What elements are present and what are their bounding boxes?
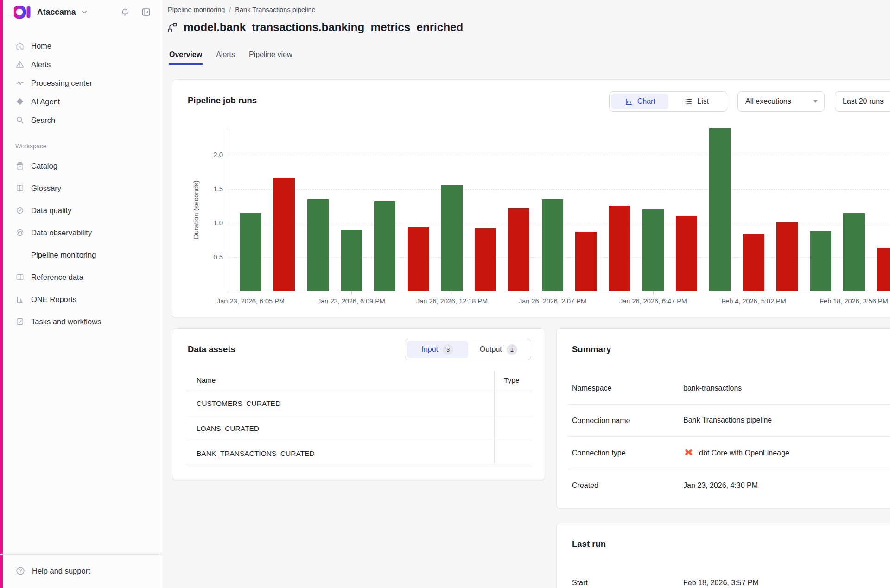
- help-circle-icon: [15, 566, 25, 576]
- sidebar-item-processing-center[interactable]: Processing center: [3, 74, 160, 92]
- last-run-rows: StartFeb 18, 2026, 3:57 PM: [568, 567, 890, 588]
- run-bar-success[interactable]: [441, 185, 463, 291]
- sidebar-item-label: Alerts: [31, 60, 51, 69]
- sidebar-item-alerts[interactable]: Alerts: [3, 55, 160, 74]
- run-bar-failure[interactable]: [609, 206, 630, 291]
- sidebar-item-home[interactable]: Home: [3, 37, 160, 55]
- sidebar-item-label: Data quality: [31, 206, 71, 215]
- run-bar-failure[interactable]: [575, 232, 597, 291]
- x-axis-tick: [251, 291, 251, 294]
- input-count-badge: 3: [443, 344, 453, 355]
- output-toggle-button[interactable]: Output 1: [468, 341, 529, 358]
- run-bar-success[interactable]: [542, 199, 563, 291]
- run-bar-failure[interactable]: [475, 228, 496, 291]
- run-bar-failure[interactable]: [743, 234, 764, 291]
- run-bar-success[interactable]: [810, 231, 831, 291]
- search-icon: [15, 115, 25, 125]
- bar-chart-icon: [15, 295, 25, 304]
- help-label: Help and support: [32, 567, 90, 575]
- run-bar-success[interactable]: [374, 201, 395, 291]
- input-toggle-button[interactable]: Input 3: [407, 341, 468, 358]
- last-run-title: Last run: [572, 539, 606, 549]
- sidebar-item-data-observability[interactable]: Data observability: [3, 221, 160, 244]
- ataccama-logo-icon: [14, 6, 32, 19]
- tab-overview[interactable]: Overview: [169, 50, 203, 65]
- output-label: Output: [480, 345, 502, 354]
- breadcrumb: Pipeline monitoring/Bank Transactions pi…: [168, 6, 316, 13]
- gridline: [229, 155, 890, 155]
- sidebar-item-catalog[interactable]: Catalog: [3, 155, 160, 177]
- sidebar-collapse-icon[interactable]: [141, 7, 151, 17]
- asset-link[interactable]: BANK_TRANSACTIONS_CURATED: [197, 449, 315, 458]
- chevron-down-icon[interactable]: [81, 8, 88, 16]
- x-axis-tick-label: Jan 26, 2026, 2:07 PM: [502, 297, 603, 305]
- asset-table-row[interactable]: BANK_TRANSACTIONS_CURATED: [186, 441, 532, 466]
- run-bar-failure[interactable]: [877, 248, 890, 291]
- breadcrumb-link[interactable]: Pipeline monitoring: [168, 6, 225, 13]
- kv-value: dbt Core with OpenLineage: [683, 448, 789, 458]
- sidebar-item-pipeline-monitoring[interactable]: Pipeline monitoring: [3, 244, 160, 266]
- kv-value-text: bank-transactions: [683, 384, 742, 392]
- kv-row-connection-name: Connection nameBank Transactions pipelin…: [568, 405, 890, 437]
- run-bar-success[interactable]: [642, 209, 664, 291]
- run-bar-failure[interactable]: [508, 208, 529, 291]
- kv-row-connection-type: Connection typedbt Core with OpenLineage: [568, 437, 890, 469]
- breadcrumb-separator: /: [229, 6, 231, 13]
- table-header-row: Name Type: [186, 370, 532, 391]
- kv-value[interactable]: Bank Transactions pipeline: [683, 416, 772, 425]
- sidebar-item-label: Reference data: [31, 273, 83, 282]
- home-icon: [15, 41, 25, 51]
- asset-name-cell: BANK_TRANSACTIONS_CURATED: [186, 449, 494, 458]
- blank-icon: [15, 250, 25, 259]
- input-output-toggle: Input 3 Output 1: [405, 339, 531, 360]
- sidebar-item-data-quality[interactable]: Data quality: [3, 199, 160, 221]
- notifications-bell-icon[interactable]: [120, 7, 130, 17]
- page-title: model.bank_transactions.banking_metrics_…: [184, 21, 463, 34]
- sidebar-item-help-and-support[interactable]: Help and support: [3, 560, 90, 582]
- x-axis-line: [229, 291, 890, 291]
- app-root: Ataccama HomeAlertsProcessing centerAI A…: [0, 0, 890, 588]
- x-axis-tick: [754, 291, 754, 294]
- run-bar-failure[interactable]: [408, 227, 429, 291]
- kv-label: Namespace: [568, 384, 683, 392]
- y-axis-title: Duration (seconds): [192, 133, 201, 286]
- column-header-type: Type: [494, 376, 532, 385]
- tab-pipeline-view[interactable]: Pipeline view: [248, 50, 292, 65]
- sidebar-item-tasks-and-workflows[interactable]: Tasks and workflows: [3, 310, 160, 333]
- diamond-icon: [15, 97, 25, 106]
- sidebar: Ataccama HomeAlertsProcessing centerAI A…: [0, 0, 161, 588]
- run-bar-failure[interactable]: [776, 222, 798, 291]
- tab-alerts[interactable]: Alerts: [216, 50, 235, 65]
- kv-value-text: Jan 23, 2026, 4:30 PM: [683, 481, 758, 490]
- asset-table-row[interactable]: LOANS_CURATED: [186, 416, 532, 441]
- asset-link[interactable]: CUSTOMERS_CURATED: [197, 399, 280, 408]
- breadcrumb-link[interactable]: Bank Transactions pipeline: [235, 6, 315, 13]
- kv-label: Created: [568, 481, 683, 490]
- sidebar-item-label: Tasks and workflows: [31, 317, 101, 326]
- run-bar-success[interactable]: [240, 213, 261, 291]
- kv-value-text: dbt Core with OpenLineage: [699, 449, 789, 457]
- y-axis-tick-label: 1.5: [203, 185, 223, 193]
- x-axis-tick-label: Jan 26, 2026, 12:18 PM: [402, 297, 502, 305]
- run-bar-success[interactable]: [341, 230, 362, 291]
- run-bar-failure[interactable]: [273, 178, 295, 291]
- sidebar-item-glossary[interactable]: Glossary: [3, 177, 160, 199]
- sidebar-item-ai-agent[interactable]: AI Agent: [3, 92, 160, 111]
- run-bar-failure[interactable]: [676, 216, 697, 291]
- asset-table-row[interactable]: CUSTOMERS_CURATED: [186, 391, 532, 416]
- page-title-row: model.bank_transactions.banking_metrics_…: [167, 21, 463, 34]
- sidebar-item-search[interactable]: Search: [3, 111, 160, 129]
- run-bar-success[interactable]: [709, 128, 731, 291]
- run-bar-success[interactable]: [307, 199, 329, 291]
- y-axis-line: [229, 129, 229, 291]
- target-icon: [15, 228, 25, 237]
- run-bar-success[interactable]: [843, 213, 865, 291]
- input-label: Input: [421, 345, 438, 354]
- x-axis-tick: [854, 291, 854, 294]
- summary-card: Summary Namespacebank-transactionsConnec…: [556, 328, 890, 509]
- alert-triangle-icon: [15, 60, 25, 69]
- sidebar-item-one-reports[interactable]: ONE Reports: [3, 288, 160, 310]
- sidebar-item-reference-data[interactable]: Reference data: [3, 266, 160, 288]
- asset-link[interactable]: LOANS_CURATED: [197, 424, 259, 433]
- columns-icon: [15, 272, 25, 282]
